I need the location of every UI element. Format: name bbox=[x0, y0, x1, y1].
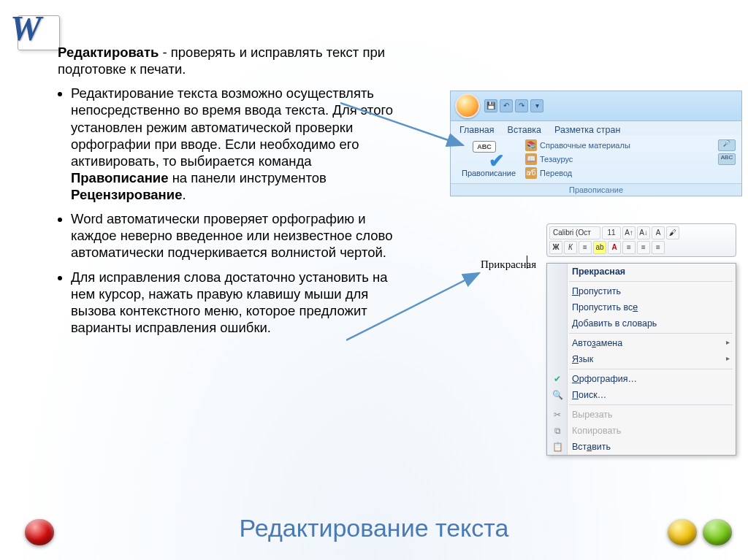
qat-save-icon[interactable]: 💾 bbox=[484, 99, 497, 112]
abc-check-icon: ABC ✔ bbox=[473, 141, 505, 167]
ref-materials-button[interactable]: 📚 Справочные материалы bbox=[525, 139, 712, 151]
ribbon-tabs: Главная Вставка Разметка стран bbox=[451, 121, 741, 135]
ctx-find[interactable]: 🔍 Поиск… bbox=[547, 387, 736, 403]
bullets-icon[interactable]: ≡ bbox=[652, 241, 665, 254]
ctx-separator bbox=[569, 369, 733, 369]
qat-redo-icon[interactable]: ↷ bbox=[515, 99, 528, 112]
ctx-ignore-all[interactable]: Пропустить все bbox=[547, 299, 736, 315]
mini-toolbar: Calibri (Ост 11 A↑ A↓ A 🖌 Ж К ≡ ab A ≡ ≡… bbox=[546, 223, 736, 257]
ribbon-titlebar: 💾 ↶ ↷ ▾ bbox=[451, 91, 741, 121]
ctx-separator bbox=[569, 281, 733, 282]
ribbon-group-label: Правописание bbox=[451, 183, 741, 196]
qat-more-icon[interactable]: ▾ bbox=[530, 99, 543, 112]
ctx-suggestion[interactable]: Прекрасная bbox=[547, 264, 736, 280]
proofing-main-button[interactable]: ABC ✔ Правописание bbox=[457, 139, 521, 179]
proofing-side: 📚 Справочные материалы 📖 Тезаурус a⁄б Пе… bbox=[521, 139, 712, 179]
ctx-add-dictionary[interactable]: Добавить в словарь bbox=[547, 315, 736, 331]
tab-home[interactable]: Главная bbox=[459, 125, 495, 135]
format-painter-icon[interactable]: 🖌 bbox=[666, 226, 679, 239]
bold-icon[interactable]: Ж bbox=[549, 241, 562, 254]
grow-font-icon[interactable]: A↑ bbox=[622, 226, 636, 239]
ribbon-screenshot: 💾 ↶ ↷ ▾ Главная Вставка Разметка стран A… bbox=[450, 91, 742, 196]
spellcheck-icon: ✔ bbox=[552, 373, 563, 385]
ribbon-body: ABC ✔ Правописание 📚 Справочные материал… bbox=[451, 135, 741, 183]
nav-red-button[interactable] bbox=[25, 519, 54, 545]
ctx-paste[interactable]: 📋 Вставить bbox=[547, 439, 736, 455]
font-size-combo[interactable]: 11 bbox=[602, 226, 621, 239]
find-icon: 🔍 bbox=[552, 389, 563, 401]
book-icon: 📚 bbox=[525, 139, 537, 151]
bullet-list: Редактирование текста возможно осуществл… bbox=[40, 85, 413, 336]
intro-line: Редактировать - проверять и исправлять т… bbox=[58, 44, 413, 77]
ctx-cut: ✂ Вырезать bbox=[547, 407, 736, 423]
bullet-3: Для исправления слова достаточно установ… bbox=[71, 269, 413, 337]
styles-icon[interactable]: A bbox=[652, 226, 665, 239]
bullet-2: Word автоматически проверяет орфографию … bbox=[71, 210, 413, 261]
context-menu-screenshot: Прикрасная Calibri (Ост 11 A↑ A↓ A 🖌 Ж К… bbox=[481, 223, 744, 486]
thesaurus-icon: 📖 bbox=[525, 153, 537, 165]
nav-green-button[interactable] bbox=[703, 519, 732, 545]
translate-button[interactable]: a⁄б Перевод bbox=[525, 167, 712, 179]
highlight-icon[interactable]: ab bbox=[593, 241, 606, 254]
qat-undo-icon[interactable]: ↶ bbox=[500, 99, 513, 112]
tab-layout[interactable]: Разметка стран bbox=[554, 125, 620, 135]
intro-term: Редактировать bbox=[58, 45, 159, 60]
office-button[interactable] bbox=[455, 93, 480, 118]
cut-icon: ✂ bbox=[552, 409, 563, 421]
thesaurus-button[interactable]: 📖 Тезаурус bbox=[525, 153, 712, 165]
slide-title: Редактирование текста bbox=[0, 514, 748, 542]
copy-icon: ⧉ bbox=[552, 425, 563, 437]
ctx-ignore[interactable]: Пропустить bbox=[547, 283, 736, 299]
tab-insert[interactable]: Вставка bbox=[508, 125, 541, 135]
font-color-icon[interactable]: A bbox=[608, 241, 621, 254]
ctx-language[interactable]: Язык bbox=[547, 351, 736, 367]
content-block: Редактировать - проверять и исправлять т… bbox=[40, 44, 413, 343]
paste-icon: 📋 bbox=[552, 441, 563, 453]
center-icon[interactable]: ≡ bbox=[579, 241, 592, 254]
proofing-right-icons: 🔎 ABC bbox=[712, 139, 736, 179]
font-name-combo[interactable]: Calibri (Ост bbox=[549, 226, 600, 239]
ctx-spelling[interactable]: ✔ Орфография… bbox=[547, 371, 736, 387]
inc-indent-icon[interactable]: ≡ bbox=[637, 241, 650, 254]
dec-indent-icon[interactable]: ≡ bbox=[622, 241, 636, 254]
quick-access-toolbar: 💾 ↶ ↷ ▾ bbox=[484, 99, 543, 112]
wordcount-icon[interactable]: ABC bbox=[718, 153, 736, 165]
ctx-autocorrect[interactable]: Автозамена bbox=[547, 335, 736, 351]
italic-icon[interactable]: К bbox=[564, 241, 577, 254]
bullet-1: Редактирование текста возможно осуществл… bbox=[71, 85, 413, 203]
misspelled-word[interactable]: Прикрасная bbox=[481, 258, 536, 272]
shrink-font-icon[interactable]: A↓ bbox=[637, 226, 650, 239]
ctx-separator bbox=[569, 333, 733, 334]
ctx-copy: ⧉ Копировать bbox=[547, 423, 736, 439]
translate-icon: a⁄б bbox=[525, 167, 537, 179]
nav-yellow-button[interactable] bbox=[668, 519, 697, 545]
context-menu: Прекрасная Пропустить Пропустить все Доб… bbox=[546, 263, 736, 456]
text-cursor bbox=[527, 256, 527, 269]
research-icon[interactable]: 🔎 bbox=[718, 139, 736, 151]
ctx-separator bbox=[569, 404, 733, 405]
